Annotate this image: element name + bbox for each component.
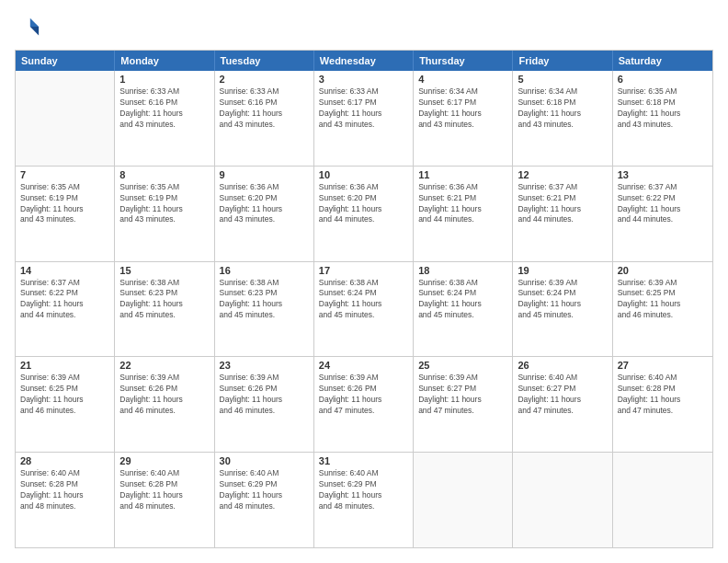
calendar-body: 1Sunrise: 6:33 AMSunset: 6:16 PMDaylight…: [16, 71, 712, 547]
day-number: 30: [220, 455, 309, 466]
calendar-cell: 19Sunrise: 6:39 AMSunset: 6:24 PMDayligh…: [513, 262, 612, 357]
day-number: 25: [418, 360, 507, 371]
day-number: 23: [220, 360, 309, 371]
cell-info-line: and 48 minutes.: [220, 501, 309, 512]
cell-info-line: Daylight: 11 hours: [220, 395, 309, 406]
calendar-cell: 27Sunrise: 6:40 AMSunset: 6:28 PMDayligh…: [613, 357, 712, 452]
cell-info-line: Sunrise: 6:34 AM: [418, 86, 507, 98]
calendar-cell: 26Sunrise: 6:40 AMSunset: 6:27 PMDayligh…: [513, 357, 612, 452]
cell-info-line: Sunrise: 6:38 AM: [418, 278, 507, 289]
calendar-cell: 25Sunrise: 6:39 AMSunset: 6:27 PMDayligh…: [414, 357, 513, 452]
calendar-cell: 2Sunrise: 6:33 AMSunset: 6:16 PMDaylight…: [215, 71, 314, 166]
calendar-cell: 1Sunrise: 6:33 AMSunset: 6:16 PMDaylight…: [115, 71, 214, 166]
calendar-cell: 5Sunrise: 6:34 AMSunset: 6:18 PMDaylight…: [513, 71, 612, 166]
cell-info-line: and 45 minutes.: [119, 310, 209, 321]
cell-info-line: Sunset: 6:28 PM: [20, 479, 109, 490]
cell-info-line: Sunrise: 6:36 AM: [319, 182, 408, 193]
cell-info-line: Sunrise: 6:38 AM: [119, 278, 209, 289]
cell-info-line: Sunset: 6:23 PM: [220, 288, 309, 299]
cell-info-line: Daylight: 11 hours: [518, 299, 607, 310]
cell-info-line: Sunset: 6:26 PM: [119, 384, 209, 395]
cell-info-line: Sunrise: 6:40 AM: [119, 468, 209, 479]
cell-info-line: Daylight: 11 hours: [418, 204, 507, 215]
calendar-cell: 4Sunrise: 6:34 AMSunset: 6:17 PMDaylight…: [414, 71, 513, 166]
calendar-cell: 12Sunrise: 6:37 AMSunset: 6:21 PMDayligh…: [513, 167, 612, 261]
day-number: 6: [618, 74, 708, 85]
calendar-cell: [414, 453, 513, 547]
day-number: 19: [518, 265, 607, 276]
calendar-cell: [16, 71, 115, 166]
cell-info-line: Sunrise: 6:33 AM: [319, 86, 408, 98]
cell-info-line: Sunrise: 6:40 AM: [319, 468, 408, 479]
cell-info-line: and 45 minutes.: [220, 310, 309, 321]
calendar-cell: 16Sunrise: 6:38 AMSunset: 6:23 PMDayligh…: [215, 262, 314, 357]
cell-info-line: Daylight: 11 hours: [220, 109, 309, 120]
cell-info-line: and 48 minutes.: [119, 501, 209, 512]
cell-info-line: Sunset: 6:28 PM: [119, 479, 209, 490]
day-number: 14: [20, 265, 109, 276]
cell-info-line: Sunset: 6:18 PM: [618, 98, 708, 109]
cell-info-line: Daylight: 11 hours: [20, 204, 109, 215]
calendar-cell: 28Sunrise: 6:40 AMSunset: 6:28 PMDayligh…: [16, 453, 115, 547]
cell-info-line: Sunset: 6:22 PM: [618, 193, 708, 204]
day-number: 21: [20, 360, 109, 371]
calendar-cell: 15Sunrise: 6:38 AMSunset: 6:23 PMDayligh…: [115, 262, 214, 357]
day-number: 16: [220, 265, 309, 276]
calendar-cell: 18Sunrise: 6:38 AMSunset: 6:24 PMDayligh…: [414, 262, 513, 357]
calendar-cell: [613, 453, 712, 547]
calendar-row-2: 14Sunrise: 6:37 AMSunset: 6:22 PMDayligh…: [16, 261, 712, 357]
day-number: 28: [20, 455, 109, 466]
cell-info-line: Sunrise: 6:39 AM: [20, 373, 109, 384]
cell-info-line: Daylight: 11 hours: [220, 204, 309, 215]
weekday-header-saturday: Saturday: [613, 51, 712, 71]
calendar-cell: 10Sunrise: 6:36 AMSunset: 6:20 PMDayligh…: [314, 167, 414, 261]
weekday-header-wednesday: Wednesday: [314, 51, 414, 71]
cell-info-line: and 46 minutes.: [618, 310, 708, 321]
page: SundayMondayTuesdayWednesdayThursdayFrid…: [0, 0, 728, 563]
cell-info-line: Daylight: 11 hours: [418, 395, 507, 406]
calendar-cell: 20Sunrise: 6:39 AMSunset: 6:25 PMDayligh…: [613, 262, 712, 357]
cell-info-line: Daylight: 11 hours: [518, 109, 607, 120]
cell-info-line: and 44 minutes.: [518, 214, 607, 225]
cell-info-line: Sunset: 6:23 PM: [119, 288, 209, 299]
cell-info-line: Daylight: 11 hours: [618, 204, 708, 215]
cell-info-line: and 43 minutes.: [119, 214, 209, 225]
day-number: 17: [319, 265, 408, 276]
cell-info-line: and 43 minutes.: [418, 120, 507, 131]
cell-info-line: Sunrise: 6:40 AM: [220, 468, 309, 479]
day-number: 10: [319, 169, 408, 180]
calendar-cell: 24Sunrise: 6:39 AMSunset: 6:26 PMDayligh…: [314, 357, 414, 452]
cell-info-line: Daylight: 11 hours: [618, 299, 708, 310]
cell-info-line: Daylight: 11 hours: [20, 299, 109, 310]
cell-info-line: Sunrise: 6:33 AM: [119, 86, 209, 98]
cell-info-line: Sunset: 6:18 PM: [518, 98, 607, 109]
calendar-cell: 6Sunrise: 6:35 AMSunset: 6:18 PMDaylight…: [613, 71, 712, 166]
day-number: 22: [119, 360, 209, 371]
calendar: SundayMondayTuesdayWednesdayThursdayFrid…: [15, 50, 713, 548]
calendar-cell: 3Sunrise: 6:33 AMSunset: 6:17 PMDaylight…: [314, 71, 414, 166]
calendar-cell: [513, 453, 612, 547]
calendar-cell: 11Sunrise: 6:36 AMSunset: 6:21 PMDayligh…: [414, 167, 513, 261]
cell-info-line: and 44 minutes.: [319, 214, 408, 225]
cell-info-line: and 46 minutes.: [220, 406, 309, 417]
cell-info-line: Sunrise: 6:33 AM: [220, 86, 309, 98]
day-number: 29: [119, 455, 209, 466]
cell-info-line: Daylight: 11 hours: [119, 109, 209, 120]
calendar-cell: 29Sunrise: 6:40 AMSunset: 6:28 PMDayligh…: [115, 453, 214, 547]
cell-info-line: Sunset: 6:26 PM: [319, 384, 408, 395]
weekday-header-monday: Monday: [115, 51, 214, 71]
cell-info-line: Sunset: 6:28 PM: [618, 384, 708, 395]
calendar-cell: 22Sunrise: 6:39 AMSunset: 6:26 PMDayligh…: [115, 357, 214, 452]
day-number: 2: [220, 74, 309, 85]
cell-info-line: Sunrise: 6:35 AM: [618, 86, 708, 98]
cell-info-line: Daylight: 11 hours: [220, 490, 309, 501]
day-number: 20: [618, 265, 708, 276]
cell-info-line: Sunset: 6:27 PM: [418, 384, 507, 395]
cell-info-line: and 45 minutes.: [319, 310, 408, 321]
cell-info-line: Sunrise: 6:39 AM: [418, 373, 507, 384]
cell-info-line: Sunrise: 6:35 AM: [20, 182, 109, 193]
cell-info-line: Daylight: 11 hours: [319, 109, 408, 120]
day-number: 24: [319, 360, 408, 371]
svg-marker-1: [30, 27, 39, 35]
cell-info-line: and 43 minutes.: [518, 120, 607, 131]
